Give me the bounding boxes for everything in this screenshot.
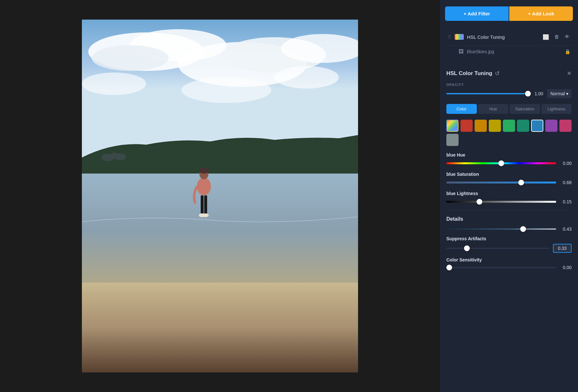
photo-background bbox=[82, 20, 358, 372]
swatch-all[interactable] bbox=[446, 120, 459, 132]
color-sensitivity-slider-thumb[interactable] bbox=[446, 265, 452, 270]
color-sensitivity-value: 0.00 bbox=[560, 265, 572, 270]
suppress-artifacts-slider-track[interactable] bbox=[446, 248, 549, 249]
details-slider-thumb[interactable] bbox=[520, 226, 526, 232]
tab-lightness[interactable]: Lightness bbox=[541, 104, 572, 114]
panel-title-text: HSL Color Tuning bbox=[446, 70, 492, 77]
blue-hue-slider-track[interactable] bbox=[446, 162, 556, 164]
swatch-gray[interactable] bbox=[446, 134, 459, 146]
blend-mode-label: Normal bbox=[550, 91, 565, 96]
tab-hue[interactable]: Hue bbox=[478, 104, 509, 114]
blue-saturation-row: blue Saturation 0.68 bbox=[446, 172, 572, 185]
swatch-orange[interactable] bbox=[475, 120, 487, 132]
svg-rect-15 bbox=[201, 168, 207, 172]
panel-close-button[interactable]: ✕ bbox=[567, 70, 572, 77]
add-look-button[interactable]: + Add Look bbox=[509, 6, 573, 21]
panel-title: HSL Color Tuning ↺ bbox=[446, 70, 500, 77]
tab-saturation[interactable]: Saturation bbox=[510, 104, 540, 114]
suppress-artifacts-value-input[interactable]: 0.33 bbox=[553, 244, 572, 253]
blue-saturation-slider-track[interactable] bbox=[446, 182, 556, 183]
source-file-name: BlueSkies.jpg bbox=[467, 49, 562, 54]
opacity-slider-track[interactable] bbox=[446, 93, 528, 94]
color-sensitivity-slider-container: 0.00 bbox=[446, 265, 572, 270]
color-sensitivity-label: Color Sensitivity bbox=[446, 257, 572, 262]
swatch-blue[interactable] bbox=[531, 120, 543, 132]
swatch-red[interactable] bbox=[460, 120, 473, 132]
blue-lightness-value: 0.15 bbox=[560, 199, 572, 204]
suppress-artifacts-slider-thumb[interactable] bbox=[464, 245, 470, 251]
filter-name-label: HSL Color Tuning bbox=[467, 34, 539, 40]
blend-mode-select[interactable]: Normal ▾ bbox=[547, 89, 572, 98]
details-title: Details bbox=[446, 216, 572, 222]
photo-canvas bbox=[82, 20, 358, 372]
hsl-filter-icon bbox=[455, 32, 464, 41]
section-divider bbox=[446, 210, 572, 210]
svg-point-12 bbox=[197, 177, 211, 195]
opacity-value: 1.00 bbox=[532, 91, 543, 96]
suppress-artifacts-label: Suppress Artifacts bbox=[446, 236, 572, 241]
swatch-magenta[interactable] bbox=[559, 120, 572, 132]
right-panel: + Add Filter + Add Look ⠿ HSL Color Tuni… bbox=[440, 0, 578, 392]
svg-point-22 bbox=[115, 153, 126, 160]
add-filter-button[interactable]: + Add Filter bbox=[445, 6, 509, 21]
details-slider-track[interactable] bbox=[446, 228, 556, 230]
swatch-purple[interactable] bbox=[545, 120, 557, 132]
opacity-row: 1.00 Normal ▾ bbox=[446, 89, 572, 98]
top-buttons-area: + Add Filter + Add Look bbox=[440, 0, 578, 26]
drag-handle-icon[interactable]: ⠿ bbox=[448, 34, 451, 40]
blue-lightness-slider-thumb[interactable] bbox=[477, 199, 482, 205]
color-sensitivity-slider-track[interactable] bbox=[446, 267, 556, 268]
blue-hue-label: blue Hue bbox=[446, 152, 572, 158]
blue-hue-slider-thumb[interactable] bbox=[498, 160, 504, 166]
opacity-slider-thumb[interactable] bbox=[525, 91, 531, 97]
color-swatches bbox=[446, 120, 572, 146]
opacity-label: OPACITY bbox=[446, 83, 572, 87]
swatch-aqua[interactable] bbox=[517, 120, 529, 132]
color-tabs: Color Hue Saturation Lightness bbox=[446, 104, 572, 114]
blue-hue-row: blue Hue 0.00 bbox=[446, 152, 572, 166]
blend-mode-chevron: ▾ bbox=[566, 91, 568, 96]
blue-hue-slider-container: 0.00 bbox=[446, 161, 572, 166]
blue-lightness-label: blue Lightness bbox=[446, 191, 572, 196]
details-slider-container: 0.43 bbox=[446, 226, 572, 232]
svg-point-8 bbox=[181, 77, 271, 103]
blue-saturation-slider-container: 0.68 bbox=[446, 180, 572, 185]
svg-point-19 bbox=[202, 213, 209, 217]
filter-copy-button[interactable]: ⬜ bbox=[542, 33, 550, 41]
svg-rect-17 bbox=[204, 195, 207, 215]
image-source-icon: 🖼 bbox=[459, 49, 464, 55]
blue-hue-value: 0.00 bbox=[560, 161, 572, 166]
suppress-artifacts-slider-container: 0.33 bbox=[446, 244, 572, 253]
source-item: 🖼 BlueSkies.jpg 🔒 bbox=[445, 46, 573, 58]
svg-rect-11 bbox=[82, 283, 358, 372]
panel-header: HSL Color Tuning ↺ ✕ bbox=[446, 70, 572, 77]
lock-icon: 🔒 bbox=[565, 49, 570, 54]
svg-rect-16 bbox=[201, 195, 204, 215]
swatch-green[interactable] bbox=[503, 120, 515, 132]
blue-saturation-slider-thumb[interactable] bbox=[518, 180, 524, 185]
details-value: 0.43 bbox=[560, 226, 572, 232]
filter-delete-button[interactable]: 🗑 bbox=[554, 33, 560, 40]
panel-reset-button[interactable]: ↺ bbox=[495, 70, 500, 77]
blue-saturation-value: 0.68 bbox=[560, 180, 572, 185]
filter-visibility-button[interactable]: 👁 bbox=[564, 33, 570, 40]
blue-saturation-label: blue Saturation bbox=[446, 172, 572, 177]
svg-point-7 bbox=[82, 72, 146, 95]
svg-rect-10 bbox=[82, 174, 358, 286]
blue-lightness-slider-container: 0.15 bbox=[446, 199, 572, 204]
blue-lightness-slider-track[interactable] bbox=[446, 201, 556, 203]
tab-color[interactable]: Color bbox=[446, 104, 477, 114]
svg-point-3 bbox=[92, 45, 169, 71]
svg-point-9 bbox=[275, 66, 339, 89]
filter-actions: ⬜ 🗑 👁 bbox=[542, 33, 570, 41]
filter-item[interactable]: ⠿ HSL Color Tuning ⬜ 🗑 👁 bbox=[445, 29, 573, 46]
blue-lightness-row: blue Lightness 0.15 bbox=[446, 191, 572, 204]
details-section: Details 0.43 Suppress Artifacts 0.33 Col… bbox=[446, 216, 572, 270]
swatch-yellow[interactable] bbox=[489, 120, 501, 132]
image-area bbox=[0, 0, 440, 392]
hsl-color-tuning-panel: HSL Color Tuning ↺ ✕ OPACITY 1.00 Normal… bbox=[440, 64, 578, 277]
filter-list: ⠿ HSL Color Tuning ⬜ 🗑 👁 🖼 BlueSkies.jpg… bbox=[440, 26, 578, 60]
